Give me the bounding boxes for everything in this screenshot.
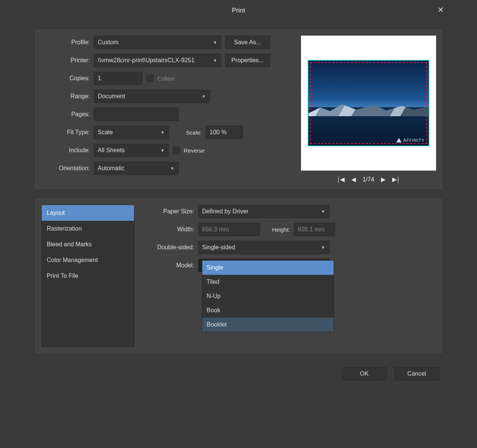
reverse-checkbox[interactable] [173, 147, 180, 154]
affinity-watermark: AFFINITY [396, 138, 425, 142]
prev-page-icon[interactable]: ◀ [351, 176, 356, 183]
collate-checkbox[interactable] [146, 75, 154, 82]
scale-input[interactable] [206, 126, 243, 139]
fit-type-value: Scale [98, 129, 113, 136]
affinity-text: AFFINITY [403, 138, 425, 142]
print-settings-panel: Profile: Custom ▼ Save As... Printer: \\… [34, 28, 443, 190]
printer-select[interactable]: \\vmw28cmr-print\UpstairsCLX-9251 ▼ [94, 54, 221, 67]
paper-size-value: Defined by Driver [202, 208, 249, 215]
range-label: Range: [41, 93, 90, 100]
pages-input[interactable] [94, 108, 179, 121]
include-value: All Sheets [98, 147, 125, 154]
model-dropdown: SingleTiledN-UpBookBooklet [202, 260, 334, 332]
height-input[interactable] [294, 223, 335, 236]
collate-label: Collate [158, 75, 175, 82]
last-page-icon[interactable]: ▶∣ [392, 176, 400, 183]
include-select[interactable]: All Sheets ▼ [94, 144, 169, 157]
dialog-title: Print [232, 7, 245, 14]
copies-label: Copies: [41, 75, 90, 82]
model-option-booklet[interactable]: Booklet [202, 318, 334, 332]
copies-input[interactable] [94, 72, 143, 85]
sidebar-item-print-to-file[interactable]: Print To File [42, 268, 134, 284]
save-as-button[interactable]: Save As... [225, 36, 270, 49]
chevron-down-icon: ▼ [161, 148, 165, 153]
orientation-value: Automatic [98, 165, 125, 172]
model-option-single[interactable]: Single [202, 261, 334, 275]
titlebar: Print ✕ [27, 0, 451, 21]
pages-label: Pages: [41, 111, 90, 118]
affinity-logo-icon [396, 138, 402, 142]
width-input[interactable] [198, 223, 260, 236]
print-preview: AFFINITY [301, 36, 436, 171]
layout-settings: Paper Size: Defined by Driver ▼ Width: H… [149, 205, 436, 347]
sidebar-item-layout[interactable]: Layout [42, 205, 134, 221]
chevron-down-icon: ▼ [321, 245, 325, 250]
width-label: Width: [149, 226, 194, 233]
height-label: Height: [264, 226, 290, 233]
paper-size-label: Paper Size: [149, 208, 194, 215]
sidebar-item-bleed-and-marks[interactable]: Bleed and Marks [42, 237, 134, 252]
chevron-down-icon: ▼ [202, 94, 206, 99]
chevron-down-icon: ▼ [170, 166, 175, 171]
chevron-down-icon: ▼ [161, 130, 165, 135]
close-icon[interactable]: ✕ [438, 5, 444, 14]
next-page-icon[interactable]: ▶ [381, 176, 385, 183]
fit-type-label: Fit Type: [41, 129, 90, 136]
advanced-panel: LayoutRasterizationBleed and MarksColor … [34, 198, 443, 354]
paper-size-select[interactable]: Defined by Driver ▼ [198, 205, 330, 218]
orientation-label: Orientation: [41, 165, 90, 172]
chevron-down-icon: ▼ [213, 58, 217, 63]
print-settings-form: Profile: Custom ▼ Save As... Printer: \\… [41, 36, 290, 183]
fit-type-select[interactable]: Scale ▼ [94, 126, 169, 139]
chevron-down-icon: ▼ [213, 40, 217, 45]
preview-pager: ∣◀ ◀ 1/74 ▶ ▶∣ [301, 176, 436, 183]
include-label: Include: [41, 147, 90, 154]
dialog-footer: OK Cancel [27, 362, 451, 386]
profile-select[interactable]: Custom ▼ [94, 36, 221, 49]
sidebar-item-rasterization[interactable]: Rasterization [42, 221, 134, 237]
cancel-button[interactable]: Cancel [394, 367, 439, 381]
first-page-icon[interactable]: ∣◀ [337, 176, 345, 183]
model-option-tiled[interactable]: Tiled [202, 275, 334, 289]
chevron-down-icon: ▼ [321, 209, 325, 214]
range-value: Document [98, 93, 125, 100]
settings-sidebar: LayoutRasterizationBleed and MarksColor … [41, 205, 134, 347]
double-sided-select[interactable]: Single-sided ▼ [198, 241, 330, 254]
page-indicator: 1/74 [363, 176, 374, 183]
printer-label: Printer: [41, 57, 90, 64]
properties-button[interactable]: Properties... [225, 54, 270, 67]
double-sided-label: Double-sided: [149, 244, 194, 251]
preview-art [308, 101, 429, 116]
double-sided-value: Single-sided [202, 244, 235, 251]
profile-value: Custom [98, 39, 119, 46]
preview-image: AFFINITY [308, 60, 429, 146]
preview-column: AFFINITY ∣◀ ◀ 1/74 ▶ ▶∣ [301, 36, 436, 183]
model-option-n-up[interactable]: N-Up [202, 289, 334, 303]
sidebar-item-color-management[interactable]: Color Management [42, 252, 134, 268]
ok-button[interactable]: OK [342, 367, 387, 381]
model-option-book[interactable]: Book [202, 303, 334, 318]
model-label: Model: [149, 262, 194, 269]
orientation-select[interactable]: Automatic ▼ [94, 162, 179, 175]
printer-value: \\vmw28cmr-print\UpstairsCLX-9251 [98, 57, 195, 64]
range-select[interactable]: Document ▼ [94, 90, 210, 103]
print-dialog: Print ✕ Profile: Custom ▼ Save As... Pri… [27, 0, 451, 386]
profile-label: Profile: [41, 39, 90, 46]
scale-label: Scale: [173, 129, 202, 136]
reverse-label: Reverse [184, 147, 205, 154]
